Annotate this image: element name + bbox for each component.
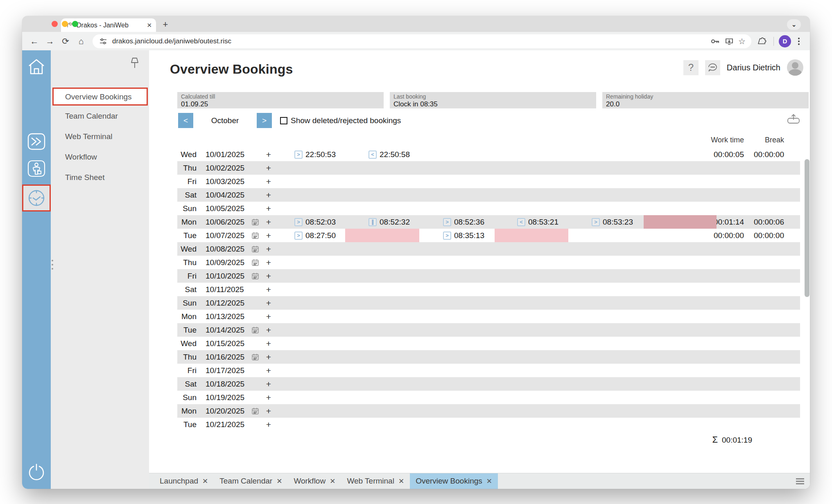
launchpad-icon[interactable] (27, 133, 45, 150)
previous-month-button[interactable]: < (178, 113, 193, 128)
add-booking-button[interactable]: + (263, 271, 274, 281)
close-view-tab-icon[interactable]: ✕ (486, 477, 492, 486)
rejected-booking-block[interactable] (644, 215, 717, 229)
calendar-icon[interactable] (251, 367, 260, 375)
calendar-icon[interactable] (251, 380, 260, 388)
close-view-tab-icon[interactable]: ✕ (202, 477, 208, 486)
add-booking-button[interactable]: + (263, 177, 274, 187)
rejected-booking-block[interactable] (345, 229, 419, 242)
forward-button[interactable]: → (43, 35, 57, 48)
booking-entry[interactable]: > 08:27:50 (294, 229, 336, 242)
tab-list-menu-icon[interactable] (796, 478, 804, 484)
zoom-window-button[interactable] (72, 21, 78, 27)
add-booking-button[interactable]: + (263, 244, 274, 254)
calendar-icon[interactable] (251, 286, 260, 294)
add-booking-button[interactable]: + (263, 258, 274, 268)
calendar-icon[interactable] (251, 299, 260, 307)
booking-entry[interactable]: > 08:35:13 (443, 229, 484, 242)
add-booking-button[interactable]: + (263, 163, 274, 173)
calendar-icon[interactable] (251, 421, 260, 429)
nav-item-overview-bookings[interactable]: Overview Bookings (52, 88, 148, 106)
view-tab-web-terminal[interactable]: Web Terminal ✕ (341, 473, 410, 489)
booking-entry[interactable]: > 22:50:53 (294, 148, 336, 161)
calendar-icon[interactable] (251, 164, 260, 172)
close-view-tab-icon[interactable]: ✕ (330, 477, 335, 486)
add-booking-button[interactable]: + (263, 298, 274, 308)
view-tab-workflow[interactable]: Workflow ✕ (288, 473, 341, 489)
calendar-icon[interactable] (251, 313, 260, 321)
calendar-icon[interactable] (251, 407, 260, 415)
add-booking-button[interactable]: + (263, 231, 274, 241)
rejected-booking-block[interactable] (495, 229, 568, 242)
user-avatar[interactable] (787, 59, 803, 76)
booking-entry[interactable]: > 08:52:03 (294, 215, 336, 229)
add-booking-button[interactable]: + (263, 204, 274, 214)
view-tab-overview-bookings[interactable]: Overview Bookings ✕ (410, 473, 498, 489)
extensions-icon[interactable] (756, 35, 769, 47)
add-booking-button[interactable]: + (263, 420, 274, 430)
close-window-button[interactable] (52, 21, 58, 27)
nav-item-web-terminal[interactable]: Web Terminal (52, 128, 148, 146)
add-booking-button[interactable]: + (263, 339, 274, 349)
calendar-icon[interactable] (251, 178, 260, 186)
booking-entry[interactable]: < 08:53:21 (517, 215, 558, 229)
view-tab-team-calendar[interactable]: Team Calendar ✕ (214, 473, 288, 489)
new-tab-button[interactable]: + (159, 18, 172, 31)
show-deleted-checkbox[interactable] (280, 117, 287, 124)
calendar-icon[interactable] (251, 394, 260, 402)
add-booking-button[interactable]: + (263, 366, 274, 376)
pin-icon[interactable] (129, 57, 140, 70)
add-booking-button[interactable]: + (263, 352, 274, 362)
browser-menu-icon[interactable] (794, 35, 804, 47)
add-booking-button[interactable]: + (263, 393, 274, 403)
close-view-tab-icon[interactable]: ✕ (276, 477, 282, 486)
add-booking-button[interactable]: + (263, 406, 274, 416)
password-key-icon[interactable] (710, 36, 720, 46)
calendar-icon[interactable] (251, 353, 260, 361)
calendar-icon[interactable] (251, 151, 260, 159)
close-view-tab-icon[interactable]: ✕ (398, 477, 404, 486)
address-bar[interactable]: drakos.janicloud.de/janiweb/outest.risc … (93, 34, 751, 48)
calendar-icon[interactable] (251, 205, 260, 213)
add-booking-button[interactable]: + (263, 379, 274, 389)
add-booking-button[interactable]: + (263, 285, 274, 295)
close-tab-icon[interactable]: ✕ (147, 22, 152, 29)
minimize-window-button[interactable] (62, 21, 68, 27)
chat-bubble-icon[interactable] (705, 60, 720, 75)
reload-button[interactable]: ⟳ (59, 35, 72, 48)
workflow-user-icon[interactable] (27, 160, 45, 177)
booking-entry[interactable]: ∥ 08:52:32 (369, 215, 410, 229)
booking-entry[interactable]: > 08:53:23 (592, 215, 633, 229)
view-tab-launchpad[interactable]: Launchpad ✕ (154, 473, 214, 489)
add-booking-button[interactable]: + (263, 312, 274, 322)
site-info-icon[interactable] (98, 36, 108, 46)
add-booking-button[interactable]: + (263, 217, 274, 227)
nav-item-team-calendar[interactable]: Team Calendar (52, 108, 148, 126)
calendar-icon[interactable] (251, 272, 260, 280)
calendar-icon[interactable] (251, 340, 260, 348)
time-tracking-active-item[interactable] (22, 184, 51, 212)
calendar-icon[interactable] (251, 191, 260, 199)
help-icon[interactable]: ? (683, 60, 699, 75)
logout-power-icon[interactable] (27, 463, 45, 481)
vertical-scrollbar[interactable] (805, 159, 809, 297)
home-button[interactable]: ⌂ (75, 35, 88, 48)
add-booking-button[interactable]: + (263, 150, 274, 160)
calendar-icon[interactable] (251, 326, 260, 334)
panel-splitter-handle[interactable] (52, 260, 54, 270)
add-booking-button[interactable]: + (263, 325, 274, 335)
add-booking-button[interactable]: + (263, 190, 274, 200)
home-icon[interactable] (27, 58, 46, 76)
nav-item-workflow[interactable]: Workflow (52, 149, 148, 167)
browser-profile-avatar[interactable]: D (779, 35, 791, 47)
nav-item-time-sheet[interactable]: Time Sheet (52, 169, 148, 187)
tab-search-button[interactable]: ⌄ (787, 19, 801, 30)
calendar-icon[interactable] (251, 232, 260, 240)
calendar-icon[interactable] (251, 259, 260, 267)
export-icon[interactable] (787, 113, 800, 126)
booking-entry[interactable]: < 22:50:58 (369, 148, 410, 161)
install-app-icon[interactable] (724, 36, 734, 46)
next-month-button[interactable]: > (257, 113, 272, 128)
booking-entry[interactable]: > 08:52:36 (443, 215, 484, 229)
back-button[interactable]: ← (28, 35, 41, 48)
